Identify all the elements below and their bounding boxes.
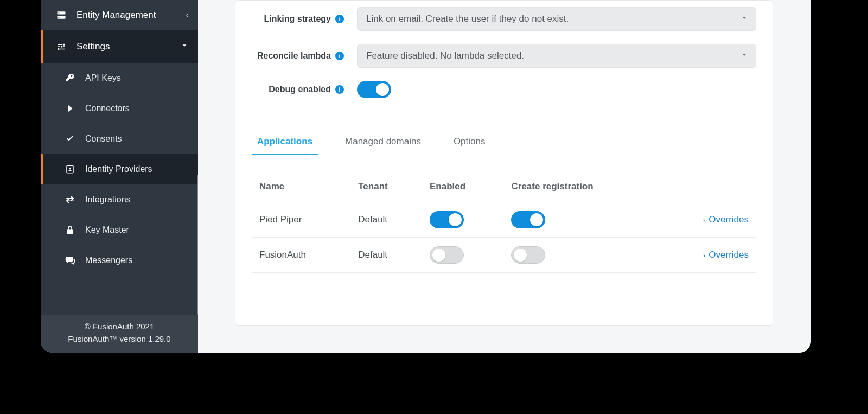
cell-create-registration [503,238,659,273]
sidebar-item-consents[interactable]: Consents [41,124,198,154]
sidebar-label: Identity Providers [85,164,152,174]
select-value: Link on email. Create the user if they d… [366,14,569,24]
sidebar-item-integrations[interactable]: Integrations [41,184,198,215]
svg-point-5 [69,168,71,170]
th-name: Name [252,171,350,202]
tab-applications[interactable]: Applications [252,131,318,155]
cell-overrides: › Overrides [659,238,756,273]
content: Linking strategy i Link on email. Create… [198,0,811,353]
comments-icon [65,255,75,266]
applications-table: Name Tenant Enabled Create registration … [252,171,756,273]
th-enabled: Enabled [422,171,503,202]
th-actions [659,171,756,202]
info-icon[interactable]: i [335,52,344,60]
debug-enabled-toggle[interactable] [357,81,391,98]
cell-overrides: › Overrides [659,202,756,238]
version: FusionAuth™ version 1.29.0 [41,333,198,345]
sidebar-label: Consents [85,134,122,144]
cell-name: FusionAuth [252,238,350,273]
chevron-left-icon: ‹ [186,11,188,19]
overrides-label: Overrides [709,214,749,225]
select-value: Feature disabled. No lambda selected. [366,50,524,61]
label-text: Reconcile lambda [257,51,331,61]
sidebar-label: Integrations [85,195,131,205]
tab-options[interactable]: Options [448,131,491,155]
key-icon [65,73,75,84]
table-row: FusionAuth Default › Overrides [252,238,756,273]
sidebar-item-api-keys[interactable]: API Keys [41,63,198,93]
create-registration-toggle[interactable] [511,211,545,228]
sidebar-item-connectors[interactable]: Connectors [41,93,198,124]
sidebar-item-messengers[interactable]: Messengers [41,245,198,276]
sidebar-item-settings[interactable]: Settings [41,30,198,63]
cell-name: Pied Piper [252,202,350,238]
form-label: Linking strategy i [252,14,344,24]
lock-icon [65,225,75,235]
sidebar-item-entity-management[interactable]: Entity Management ‹ [41,0,198,30]
sidebar-item-identity-providers[interactable]: Identity Providers [41,154,198,184]
sidebar-item-key-master[interactable]: Key Master [41,215,198,245]
form-label: Reconcile lambda i [252,51,344,61]
chevron-right-icon: › [703,251,705,259]
check-icon [65,133,75,144]
cell-tenant: Default [350,202,422,238]
cell-enabled [422,202,503,238]
chevron-right-icon [65,103,75,114]
server-icon [56,10,67,21]
chevron-down-icon [741,50,748,61]
sliders-icon [56,41,67,52]
linking-strategy-select[interactable]: Link on email. Create the user if they d… [357,7,756,31]
sidebar-label: Connectors [85,104,130,113]
cell-create-registration [503,202,659,238]
create-registration-toggle[interactable] [511,246,545,264]
sidebar-label: Key Master [85,225,129,235]
sidebar-label: Messengers [85,256,132,265]
th-create-registration: Create registration [503,171,659,202]
th-tenant: Tenant [350,171,422,202]
copyright: © FusionAuth 2021 [41,320,198,333]
enabled-toggle[interactable] [430,246,464,264]
overrides-link[interactable]: › Overrides [703,250,749,260]
overrides-link[interactable]: › Overrides [703,214,749,225]
enabled-toggle[interactable] [430,211,464,228]
info-icon[interactable]: i [335,85,344,94]
sidebar: Entity Management ‹ Settings API Keys Co… [41,0,198,353]
chevron-down-icon [741,14,748,24]
form-row-debug-enabled: Debug enabled i [252,74,756,105]
settings-card: Linking strategy i Link on email. Create… [235,0,773,326]
form-row-reconcile-lambda: Reconcile lambda i Feature disabled. No … [252,37,756,74]
id-card-icon [65,164,75,175]
sidebar-label: API Keys [85,73,121,83]
reconcile-lambda-select[interactable]: Feature disabled. No lambda selected. [357,44,756,68]
cell-enabled [422,238,503,273]
label-text: Linking strategy [264,14,331,24]
form-row-linking-strategy: Linking strategy i Link on email. Create… [252,1,756,37]
tabs: Applications Managed domains Options [252,131,756,155]
svg-point-2 [59,12,60,14]
exchange-icon [65,194,75,205]
svg-point-3 [59,17,60,18]
table-row: Pied Piper Default › Overrides [252,202,756,238]
sidebar-footer: © FusionAuth 2021 FusionAuth™ version 1.… [41,315,198,353]
overrides-label: Overrides [709,250,749,260]
cell-tenant: Default [350,238,422,273]
chevron-down-icon [181,41,188,52]
form-label: Debug enabled i [252,85,344,94]
sidebar-label: Settings [76,41,110,52]
sidebar-label: Entity Management [76,10,156,21]
info-icon[interactable]: i [335,15,344,23]
tab-managed-domains[interactable]: Managed domains [340,131,426,155]
chevron-right-icon: › [703,216,705,224]
label-text: Debug enabled [269,85,331,94]
